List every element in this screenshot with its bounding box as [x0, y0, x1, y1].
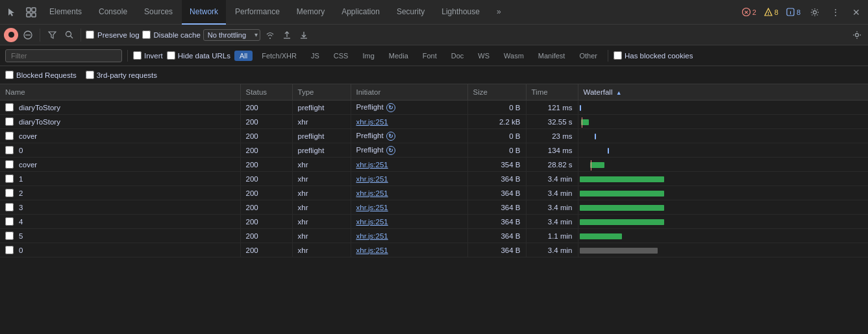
filter-tag-font[interactable]: Font — [417, 51, 442, 61]
initiator-link[interactable]: xhr.js:251 — [356, 118, 388, 126]
search-icon[interactable] — [62, 28, 76, 42]
invert-checkbox[interactable]: Invert — [133, 51, 163, 60]
filter-tag-css[interactable]: CSS — [329, 51, 354, 61]
filter-tag-img[interactable]: Img — [357, 51, 379, 61]
th-status[interactable]: Status — [240, 84, 292, 101]
table-row[interactable]: diaryToStory200xhrxhr.js:2512.2 kB32.55 … — [0, 115, 868, 129]
td-size: 0 B — [467, 143, 526, 158]
table-row[interactable]: 4200xhrxhr.js:251364 B3.4 min — [0, 215, 868, 229]
preserve-log-checkbox[interactable]: Preserve log — [86, 30, 140, 39]
tab-elements[interactable]: Elements — [42, 0, 90, 25]
tab-console[interactable]: Console — [91, 0, 135, 25]
th-initiator[interactable]: Initiator — [351, 84, 467, 101]
filter-tag-all[interactable]: All — [234, 51, 253, 61]
td-name: diaryToStory — [0, 101, 240, 115]
th-type[interactable]: Type — [292, 84, 351, 101]
initiator-link[interactable]: xhr.js:251 — [356, 189, 388, 197]
throttle-select[interactable]: No throttling — [203, 29, 260, 41]
error-circle-icon: ✕ — [742, 8, 750, 16]
td-waterfall — [578, 229, 868, 243]
has-blocked-cookies-checkbox[interactable]: Has blocked cookies — [614, 51, 693, 60]
td-name: 5 — [0, 229, 240, 243]
table-row[interactable]: 0200xhrxhr.js:251364 B3.4 min — [0, 243, 868, 257]
preflight-info-icon[interactable]: ↻ — [386, 132, 395, 141]
th-name[interactable]: Name — [0, 84, 240, 101]
filter-tag-ws[interactable]: WS — [473, 51, 495, 61]
td-name: cover — [0, 158, 240, 172]
preflight-info-icon[interactable]: ↻ — [386, 146, 395, 155]
disable-cache-checkbox[interactable]: Disable cache — [142, 30, 201, 39]
tab-sources[interactable]: Sources — [136, 0, 180, 25]
devtools-panel: Elements Console Sources Network Perform… — [0, 0, 868, 334]
filter-tag-manifest[interactable]: Manifest — [533, 51, 571, 61]
waterfall-bar — [580, 248, 658, 254]
info-badge[interactable]: i 8 — [784, 6, 803, 18]
filter-tag-media[interactable]: Media — [384, 51, 414, 61]
td-status: 200 — [240, 200, 292, 215]
preflight-info-icon[interactable]: ↻ — [386, 103, 395, 112]
initiator-link[interactable]: xhr.js:251 — [356, 161, 388, 169]
devtools-inspect-icon[interactable] — [22, 3, 40, 21]
td-initiator: xhr.js:251 — [351, 215, 467, 229]
table-row[interactable]: cover200preflightPreflight↻0 B23 ms — [0, 129, 868, 143]
td-name: 0 — [0, 143, 240, 158]
tab-memory[interactable]: Memory — [289, 0, 332, 25]
initiator-link[interactable]: xhr.js:251 — [356, 232, 388, 240]
td-time: 3.4 min — [526, 200, 578, 215]
initiator-link[interactable]: xhr.js:251 — [356, 246, 388, 254]
th-waterfall[interactable]: Waterfall ▲ — [578, 84, 868, 101]
table-row[interactable]: cover200xhrxhr.js:251354 B28.82 s — [0, 158, 868, 172]
warning-badge[interactable]: ! 8 — [762, 6, 781, 18]
network-toolbar: Preserve log Disable cache No throttling — [0, 25, 868, 45]
error-badge[interactable]: ✕ 2 — [739, 6, 759, 18]
filter-tag-doc[interactable]: Doc — [446, 51, 469, 61]
blocked-row: Blocked Requests 3rd-party requests — [0, 66, 868, 84]
tab-network[interactable]: Network — [182, 0, 226, 25]
filter-tag-other[interactable]: Other — [574, 51, 602, 61]
hide-data-urls-checkbox[interactable]: Hide data URLs — [167, 51, 230, 60]
network-settings-icon[interactable] — [850, 28, 864, 42]
table-row[interactable]: 3200xhrxhr.js:251364 B3.4 min — [0, 200, 868, 215]
td-name: 1 — [0, 172, 240, 186]
upload-icon[interactable] — [280, 28, 294, 42]
clear-button[interactable] — [21, 28, 35, 42]
more-options-icon[interactable]: ⋮ — [826, 3, 845, 21]
td-status: 200 — [240, 229, 292, 243]
wifi-icon[interactable] — [263, 28, 277, 42]
initiator-link[interactable]: xhr.js:251 — [356, 218, 388, 226]
table-row[interactable]: 5200xhrxhr.js:251364 B1.1 min — [0, 229, 868, 243]
filter-tag-js[interactable]: JS — [306, 51, 325, 61]
download-icon[interactable] — [297, 28, 311, 42]
table-row[interactable]: diaryToStory200preflightPreflight↻0 B121… — [0, 101, 868, 115]
devtools-cursor-icon[interactable] — [3, 3, 21, 21]
td-type: xhr — [292, 158, 351, 172]
td-type: xhr — [292, 200, 351, 215]
waterfall-bar — [580, 191, 664, 197]
settings-gear-icon[interactable] — [806, 3, 824, 21]
waterfall-bar — [580, 105, 581, 111]
filter-input[interactable] — [5, 49, 122, 62]
td-time: 28.82 s — [526, 158, 578, 172]
tab-more[interactable]: » — [489, 0, 509, 25]
initiator-link[interactable]: xhr.js:251 — [356, 204, 388, 211]
table-body: diaryToStory200preflightPreflight↻0 B121… — [0, 101, 868, 257]
blocked-requests-checkbox[interactable]: Blocked Requests — [5, 71, 77, 79]
filter-icon[interactable] — [45, 28, 59, 42]
third-party-checkbox[interactable]: 3rd-party requests — [86, 71, 157, 79]
initiator-link[interactable]: xhr.js:251 — [356, 175, 388, 183]
tab-lighthouse[interactable]: Lighthouse — [434, 0, 488, 25]
waterfall-bar — [580, 219, 664, 225]
table-row[interactable]: 0200preflightPreflight↻0 B134 ms — [0, 143, 868, 158]
close-devtools-icon[interactable]: ✕ — [847, 3, 865, 21]
tab-application[interactable]: Application — [334, 0, 388, 25]
toolbar-separator-1 — [40, 29, 40, 42]
filter-tag-wasm[interactable]: Wasm — [499, 51, 529, 61]
th-size[interactable]: Size — [467, 84, 526, 101]
tab-performance[interactable]: Performance — [227, 0, 288, 25]
table-row[interactable]: 1200xhrxhr.js:251364 B3.4 min — [0, 172, 868, 186]
filter-tag-fetch-xhr[interactable]: Fetch/XHR — [256, 51, 302, 61]
table-row[interactable]: 2200xhrxhr.js:251364 B3.4 min — [0, 186, 868, 200]
th-time[interactable]: Time — [526, 84, 578, 101]
tab-security[interactable]: Security — [389, 0, 432, 25]
record-button[interactable] — [4, 28, 18, 42]
